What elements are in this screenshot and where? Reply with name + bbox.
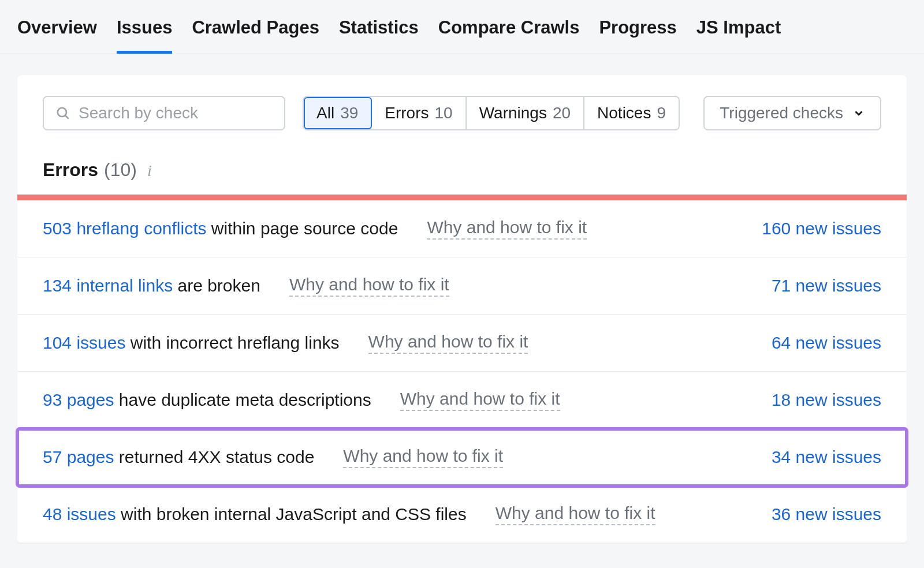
tab-overview[interactable]: Overview (17, 17, 97, 54)
issues-card: All39Errors10Warnings20Notices9 Triggere… (17, 75, 907, 543)
info-icon[interactable]: i (147, 162, 152, 180)
issue-description: 93 pages have duplicate meta description… (43, 390, 371, 410)
tabs-bar: OverviewIssuesCrawled PagesStatisticsCom… (0, 0, 924, 54)
dropdown-label: Triggered checks (720, 104, 843, 122)
new-issues-link[interactable]: 71 new issues (772, 276, 881, 296)
issue-count-link[interactable]: 503 hreflang conflicts (43, 219, 207, 238)
issue-row: 57 pages returned 4XX status codeWhy and… (17, 429, 907, 486)
why-and-how-link[interactable]: Why and how to fix it (368, 332, 528, 354)
tab-statistics[interactable]: Statistics (339, 17, 419, 54)
search-box[interactable] (43, 96, 285, 130)
issue-count-link[interactable]: 48 issues (43, 505, 116, 524)
issue-description: 134 internal links are broken (43, 276, 260, 296)
search-input[interactable] (79, 104, 273, 122)
section-name: Errors (43, 159, 98, 181)
new-issues-link[interactable]: 64 new issues (772, 333, 881, 353)
filter-all[interactable]: All39 (304, 97, 372, 129)
filter-count: 10 (435, 104, 453, 122)
filter-warnings[interactable]: Warnings20 (467, 97, 584, 129)
chevron-down-icon (852, 107, 865, 119)
issue-row: 503 hreflang conflicts within page sourc… (17, 200, 907, 257)
filter-label: Errors (385, 104, 429, 122)
svg-line-1 (65, 115, 69, 119)
new-issues-link[interactable]: 160 new issues (762, 219, 881, 238)
filter-count: 9 (657, 104, 666, 122)
issue-row: 93 pages have duplicate meta description… (17, 372, 907, 429)
why-and-how-link[interactable]: Why and how to fix it (400, 389, 560, 411)
search-icon (55, 106, 70, 121)
triggered-checks-dropdown[interactable]: Triggered checks (703, 96, 881, 130)
filter-notices[interactable]: Notices9 (584, 97, 679, 129)
tab-issues[interactable]: Issues (117, 17, 173, 54)
issue-description: 104 issues with incorrect hreflang links (43, 333, 340, 353)
errors-severity-bar (17, 195, 907, 200)
tab-compare-crawls[interactable]: Compare Crawls (438, 17, 580, 54)
errors-section-header: Errors (10) i (17, 142, 907, 195)
tab-progress[interactable]: Progress (599, 17, 676, 54)
new-issues-link[interactable]: 34 new issues (772, 447, 881, 467)
why-and-how-link[interactable]: Why and how to fix it (289, 275, 449, 297)
issue-count-link[interactable]: 134 internal links (43, 276, 173, 295)
issue-row: 134 internal links are brokenWhy and how… (17, 257, 907, 315)
filter-count: 20 (553, 104, 571, 122)
section-count: (10) (104, 159, 137, 181)
filter-row: All39Errors10Warnings20Notices9 Triggere… (17, 75, 907, 142)
issue-count-link[interactable]: 104 issues (43, 333, 125, 352)
issue-count-link[interactable]: 57 pages (43, 447, 114, 466)
issue-description: 57 pages returned 4XX status code (43, 447, 314, 467)
tab-crawled-pages[interactable]: Crawled Pages (192, 17, 319, 54)
new-issues-link[interactable]: 36 new issues (772, 505, 881, 524)
issue-count-link[interactable]: 93 pages (43, 390, 114, 409)
why-and-how-link[interactable]: Why and how to fix it (495, 503, 655, 525)
issue-description: 503 hreflang conflicts within page sourc… (43, 219, 398, 238)
filter-label: Notices (597, 104, 651, 122)
why-and-how-link[interactable]: Why and how to fix it (427, 218, 587, 240)
filter-label: All (316, 104, 334, 122)
new-issues-link[interactable]: 18 new issues (772, 390, 881, 410)
issue-description: 48 issues with broken internal JavaScrip… (43, 505, 467, 524)
svg-point-0 (58, 108, 66, 117)
filter-count: 39 (340, 104, 358, 122)
tab-js-impact[interactable]: JS Impact (696, 17, 781, 54)
filter-errors[interactable]: Errors10 (372, 97, 466, 129)
why-and-how-link[interactable]: Why and how to fix it (343, 446, 503, 468)
filter-segments: All39Errors10Warnings20Notices9 (303, 96, 680, 130)
issue-row: 48 issues with broken internal JavaScrip… (17, 486, 907, 543)
issues-list: 503 hreflang conflicts within page sourc… (17, 200, 907, 543)
issue-row: 104 issues with incorrect hreflang links… (17, 315, 907, 372)
filter-label: Warnings (479, 104, 547, 122)
